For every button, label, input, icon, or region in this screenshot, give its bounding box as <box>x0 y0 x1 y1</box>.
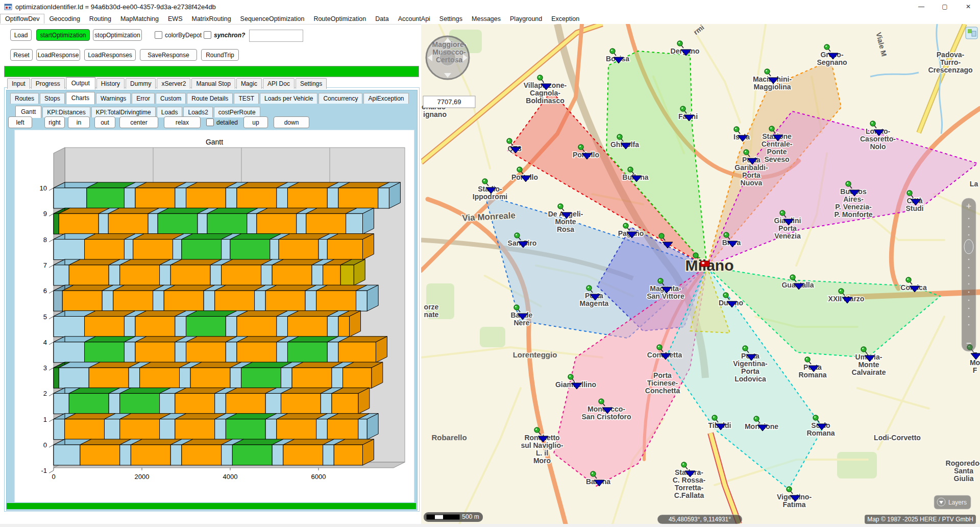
tab-dummy[interactable]: Dummy <box>126 78 156 89</box>
menu-item-geocoding[interactable]: Geocoding <box>44 14 84 23</box>
svg-text:Romana: Romana <box>806 429 835 437</box>
pushpin-icon <box>780 210 785 215</box>
charttab-loads2[interactable]: Loads2 <box>183 107 212 117</box>
up-button[interactable]: up <box>243 116 268 128</box>
menu-item-ews[interactable]: EWS <box>163 14 187 23</box>
layers-button[interactable]: Layers <box>934 495 971 509</box>
svg-text:Torretta-: Torretta- <box>675 484 704 492</box>
load-button[interactable]: Load <box>10 29 32 41</box>
load-response-button[interactable]: LoadResponse <box>36 49 80 61</box>
gantt-row-7[interactable] <box>54 259 365 285</box>
subtab-charts[interactable]: Charts <box>66 92 95 104</box>
detailed-checkbox[interactable]: detailed <box>206 118 238 126</box>
gantt-row-5[interactable] <box>54 311 361 337</box>
roundtrip-button[interactable]: RoundTrip <box>201 49 239 61</box>
charttab-costperroute[interactable]: costPerRoute <box>214 107 260 117</box>
save-response-button[interactable]: SaveResponse <box>140 49 197 61</box>
stop-optimization-button[interactable]: stopOptimization <box>93 29 142 41</box>
gantt-row-9[interactable] <box>54 208 374 234</box>
gantt-row-3[interactable] <box>54 362 383 388</box>
tab-settings[interactable]: Settings <box>296 78 327 89</box>
down-button[interactable]: down <box>274 116 309 128</box>
gantt-row-0[interactable] <box>54 439 374 465</box>
svg-text:Ponte: Ponte <box>767 148 787 156</box>
pan-left-button[interactable]: left <box>8 116 32 128</box>
start-optimization-button[interactable]: startOptimization <box>36 29 90 41</box>
subtab-custom[interactable]: Custom <box>156 93 186 104</box>
menu-item-matrixrouting[interactable]: MatrixRouting <box>187 14 235 23</box>
close-button[interactable]: ✕ <box>957 0 980 13</box>
gantt-row-2[interactable] <box>54 388 370 414</box>
subtab-error[interactable]: Error <box>132 93 155 104</box>
menu-item-routeoptimization[interactable]: RouteOptimization <box>309 14 371 23</box>
gantt-row-10[interactable] <box>54 182 400 208</box>
subtab-warnings[interactable]: Warnings <box>96 93 131 104</box>
tab-xserver2[interactable]: xServer2 <box>157 78 190 89</box>
menu-item-settings[interactable]: Settings <box>435 14 467 23</box>
synchron-checkbox[interactable]: synchron? <box>204 31 245 39</box>
menu-item-sequenceoptimization[interactable]: SequenceOptimization <box>236 14 309 23</box>
menu-item-messages[interactable]: Messages <box>467 14 505 23</box>
reset-button[interactable]: Reset <box>10 49 33 61</box>
pushpin-icon <box>681 462 687 467</box>
y-axis-tick: 0 <box>43 441 47 449</box>
relax-button[interactable]: relax <box>164 116 201 128</box>
zoom-slider[interactable]: +− <box>962 198 976 351</box>
subtab-routes[interactable]: Routes <box>10 93 39 104</box>
subtab-test[interactable]: TEST <box>234 93 259 104</box>
pan-right-button[interactable]: right <box>44 116 65 128</box>
detailed-checkbox-box[interactable] <box>206 118 214 126</box>
map-canvas[interactable]: Via MonrealermiViale MLorenteggioRobarel… <box>421 24 980 524</box>
synchron-input[interactable] <box>249 30 303 42</box>
color-by-depot-checkbox-label: colorByDepot <box>165 32 202 39</box>
compass-control[interactable] <box>426 36 469 79</box>
tab-progress[interactable]: Progress <box>31 78 65 89</box>
center-button[interactable]: center <box>119 116 158 128</box>
y-axis-tick: 3 <box>43 364 47 372</box>
gantt-chart[interactable]: Gantt-10123456789100200040006000 <box>14 130 413 501</box>
tab-input[interactable]: Input <box>7 78 30 89</box>
zoom-out-button[interactable]: out <box>94 116 115 128</box>
tab-magic[interactable]: Magic <box>236 78 262 89</box>
pushpin-icon <box>765 69 770 74</box>
subtab-apiexception[interactable]: ApiException <box>363 93 408 104</box>
menu-item-routing[interactable]: Routing <box>85 14 116 23</box>
svg-text:Venezia: Venezia <box>774 232 801 240</box>
menu-item-exception[interactable]: Exception <box>547 14 584 23</box>
zoom-in-button[interactable]: in <box>68 116 90 128</box>
attribution-label: Map © 1987 -2025 HERE / PTV GmbH <box>867 516 973 523</box>
charttab-kpi-distances[interactable]: KPI:Distances <box>42 107 90 117</box>
charttab-loads[interactable]: Loads <box>157 107 183 117</box>
depot-marker[interactable] <box>700 261 709 267</box>
menu-item-playground[interactable]: Playground <box>505 14 547 23</box>
synchron-checkbox-box[interactable] <box>204 31 211 39</box>
distance-value-box: 7707,69 <box>423 96 475 108</box>
menu-item-optiflowdev[interactable]: OptiflowDev <box>0 14 44 23</box>
color-by-depot-checkbox[interactable]: colorByDepot <box>155 31 202 39</box>
pushpin-icon <box>482 179 487 184</box>
load-responses-button[interactable]: LoadResponses <box>84 49 136 61</box>
subtab-stops[interactable]: Stops <box>40 93 65 104</box>
y-axis-tick: 4 <box>43 339 47 346</box>
subtab-loads-per-vehicle[interactable]: Loads per Vehicle <box>260 93 317 104</box>
subtab-route-details[interactable]: Route Details <box>187 93 233 104</box>
menu-item-data[interactable]: Data <box>371 14 393 23</box>
minimize-button[interactable]: — <box>910 0 933 13</box>
pushpin-icon <box>658 278 663 283</box>
distance-value: 7707,69 <box>437 98 461 106</box>
maximize-button[interactable]: ▢ <box>933 0 957 13</box>
menu-item-accountapi[interactable]: AccountApi <box>394 14 435 23</box>
tab-api-doc[interactable]: API Doc <box>263 78 295 89</box>
menu-item-mapmatching[interactable]: MapMatching <box>116 14 163 23</box>
tab-history[interactable]: History <box>96 78 125 89</box>
tab-output[interactable]: Output <box>66 77 95 89</box>
charttab-kpi-totaldrivingtime[interactable]: KPI:TotalDrivingtime <box>91 107 156 117</box>
gantt-row-4[interactable] <box>54 337 387 363</box>
map-overview-button[interactable] <box>966 27 977 39</box>
subtab-concurrency[interactable]: Concurrency <box>318 93 362 104</box>
color-by-depot-checkbox-box[interactable] <box>155 31 162 39</box>
gantt-row-8[interactable] <box>54 234 374 260</box>
gantt-row-1[interactable] <box>54 414 378 440</box>
tab-manual-stop[interactable]: Manual Stop <box>191 78 235 89</box>
gantt-row-6[interactable] <box>54 285 378 311</box>
